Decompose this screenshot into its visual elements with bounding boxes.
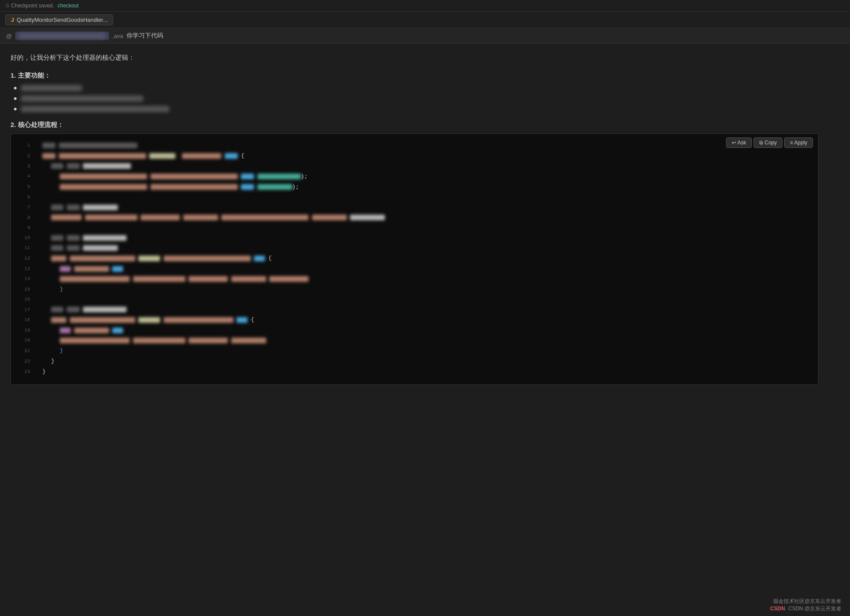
code-line: 22 } (20, 356, 809, 366)
code-line: 7 (20, 203, 809, 212)
bullet-dot (14, 97, 17, 100)
apply-button[interactable]: ≡ Apply (784, 137, 813, 148)
main-content: 好的，让我分析下这个处理器的核心逻辑： 1. 主要功能： (0, 44, 829, 394)
checkpoint-text: ✩ Checkpoint saved. (5, 3, 54, 9)
footer-line2: CSDN CSDN @京东云开发者 (770, 605, 841, 613)
code-line: 12 { (20, 253, 809, 263)
code-toolbar: ↩ Ask ⧉ Copy ≡ Apply (726, 137, 813, 148)
section1-heading: 1. 主要功能： (10, 72, 819, 80)
code-line: 17 (20, 305, 809, 314)
reference-bar: @ ████████ ██████████████ ,ava 你学习下代码 (0, 28, 850, 44)
code-line: 1 (20, 141, 809, 150)
bullet-dot (14, 87, 17, 89)
code-line: 19 (20, 326, 809, 335)
footer-brand-suffix: CSDN @京东云开发者 (788, 606, 841, 612)
blurred-item-2 (21, 96, 143, 102)
section1-bullet-list (10, 85, 819, 112)
footer-line1: 掘金技术社区@京东云开发者 (770, 598, 841, 605)
top-bar: ✩ Checkpoint saved. checkout (0, 0, 850, 12)
file-tab-label: QualityMonitorSendGoodsHandler... (17, 17, 107, 23)
code-line: 3 (20, 161, 809, 171)
code-line: 4 ); (20, 172, 809, 181)
bullet-dot (14, 108, 17, 110)
at-symbol: @ (6, 33, 12, 39)
code-line: 8 (20, 213, 809, 222)
ref-instruction: 你学习下代码 (127, 32, 163, 40)
code-area: 1 2 (11, 134, 818, 384)
list-item (10, 96, 819, 102)
intro-text: 好的，让我分析下这个处理器的核心逻辑： (10, 52, 819, 63)
code-line: 21 } (20, 346, 809, 356)
file-reference-chip[interactable]: ████████ ██████████████ (15, 32, 109, 40)
code-block: ↩ Ask ⧉ Copy ≡ Apply 1 2 (10, 133, 819, 385)
code-line: 13 (20, 264, 809, 273)
list-item (10, 106, 819, 112)
code-line: 11 (20, 243, 809, 253)
code-line: 10 (20, 233, 809, 243)
code-line: 16 (20, 295, 809, 304)
blurred-item-1 (21, 85, 82, 91)
checkout-link[interactable]: checkout (58, 3, 79, 9)
file-ref-label: ████████ ██████████████ (19, 33, 105, 39)
list-item (10, 85, 819, 91)
code-line: 18 { (20, 315, 809, 325)
code-line: 9 (20, 223, 809, 233)
copy-button[interactable]: ⧉ Copy (754, 137, 782, 148)
java-file-icon: J (11, 17, 14, 23)
section2-heading: 2. 核心处理流程： (10, 121, 819, 129)
code-line: 6 (20, 193, 809, 202)
csdn-brand: CSDN (770, 606, 785, 612)
ask-button[interactable]: ↩ Ask (726, 137, 752, 148)
code-line: 14 (20, 274, 809, 284)
java-extension: ,ava (113, 33, 123, 39)
blurred-item-3 (21, 106, 169, 112)
footer-text: 掘金技术社区@京东云开发者 CSDN CSDN @京东云开发者 (770, 598, 841, 613)
file-tab[interactable]: J QualityMonitorSendGoodsHandler... (5, 14, 113, 25)
code-line: 15 } (20, 284, 809, 294)
code-line: 23 } (20, 367, 809, 376)
footer-bar: 掘金技术社区@京东云开发者 CSDN CSDN @京东云开发者 (761, 594, 850, 616)
code-line: 20 (20, 336, 809, 345)
code-line: 2 { (20, 151, 809, 161)
code-line: 5 ); (20, 182, 809, 192)
